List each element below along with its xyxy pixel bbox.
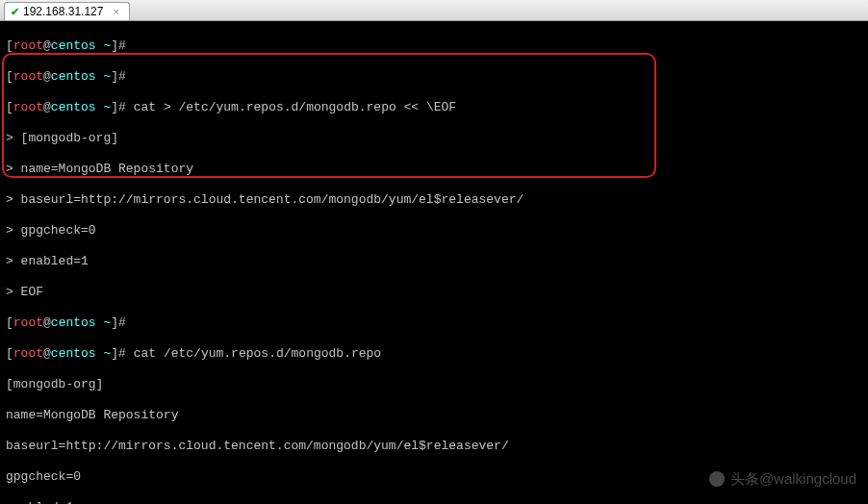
tab-title: 192.168.31.127 [23, 5, 103, 18]
output-line: name=MongoDB Repository [6, 408, 862, 423]
prompt-line: [root@centos ~]# [6, 69, 862, 85]
heredoc-line: > EOF [6, 285, 862, 300]
tab-active[interactable]: ✔ 192.168.31.127 × [4, 2, 130, 20]
output-line: baseurl=http://mirrors.cloud.tencent.com… [6, 439, 862, 454]
terminal[interactable]: [root@centos ~]# [root@centos ~]# [root@… [0, 21, 868, 504]
watermark-text: 头条@walkingcloud [730, 471, 856, 487]
heredoc-line: > enabled=1 [6, 254, 862, 269]
prompt-line-cat-write: [root@centos ~]# cat > /etc/yum.repos.d/… [6, 100, 862, 115]
heredoc-line: > gpgcheck=0 [6, 223, 862, 239]
close-icon[interactable]: × [113, 6, 118, 17]
prompt-line: [root@centos ~]# [6, 315, 862, 331]
check-icon: ✔ [11, 6, 19, 18]
output-line: [mongodb-org] [6, 377, 862, 392]
watermark: 头条@walkingcloud [709, 471, 856, 487]
prompt-line: [root@centos ~]# [6, 38, 862, 54]
prompt-line-cat-read: [root@centos ~]# cat /etc/yum.repos.d/mo… [6, 346, 862, 362]
output-line: enabled=1 [6, 500, 862, 504]
watermark-icon [709, 471, 725, 487]
tab-bar: ✔ 192.168.31.127 × [0, 0, 868, 21]
heredoc-line: > name=MongoDB Repository [6, 162, 862, 177]
heredoc-line: > baseurl=http://mirrors.cloud.tencent.c… [6, 192, 862, 208]
heredoc-line: > [mongodb-org] [6, 131, 862, 146]
